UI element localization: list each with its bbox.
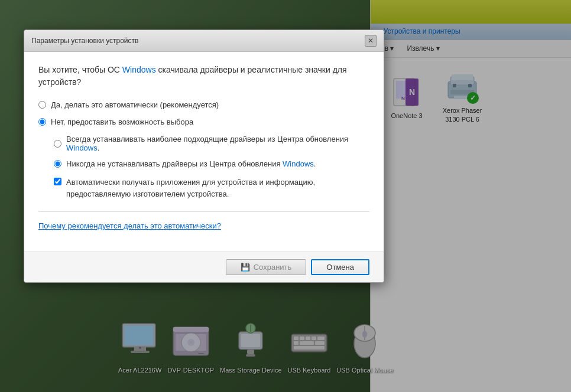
save-icon: 💾: [241, 263, 250, 272]
question-text-1: Вы хотите, чтобы ОС: [38, 65, 122, 74]
dialog-divider: [38, 211, 369, 212]
suboption-never-label[interactable]: Никогда не устанавливать драйверы из Цен…: [66, 159, 316, 168]
save-button[interactable]: 💾 Сохранить: [226, 259, 307, 275]
sub-options: Всегда устанавливать наиболее подходящие…: [54, 135, 369, 168]
dialog-title: Параметры установки устройств: [31, 37, 138, 45]
suboption-always-windows: Windows: [66, 143, 98, 152]
dialog-question: Вы хотите, чтобы ОС Windows скачивала др…: [38, 64, 369, 89]
dialog-close-button[interactable]: ✕: [365, 35, 377, 47]
dialog-body: Вы хотите, чтобы ОС Windows скачивала др…: [24, 52, 384, 251]
dialog-footer: 💾 Сохранить Отмена: [24, 251, 384, 282]
save-label: Сохранить: [254, 263, 292, 272]
option-no-radio[interactable]: [38, 118, 46, 126]
suboption-always-text1: Всегда устанавливать наиболее подходящие…: [66, 135, 348, 143]
suboption-always[interactable]: Всегда устанавливать наиболее подходящие…: [54, 135, 369, 152]
checkbox-auto-apps-label[interactable]: Автоматически получать приложения для ус…: [66, 177, 369, 200]
suboption-always-end: .: [98, 143, 100, 152]
suboption-never-text1: Никогда не устанавливать драйверы из Цен…: [66, 159, 283, 168]
device-settings-dialog: Параметры установки устройств ✕ Вы хотит…: [24, 30, 384, 283]
checkbox-auto-apps[interactable]: Автоматически получать приложения для ус…: [54, 177, 369, 200]
option-yes-radio[interactable]: [38, 101, 46, 109]
suboption-never-end: .: [314, 159, 316, 168]
question-windows: Windows: [122, 65, 156, 74]
option-yes-label[interactable]: Да, делать это автоматически (рекомендуе…: [51, 100, 219, 109]
option-no-label[interactable]: Нет, предоставить возможность выбора: [51, 117, 193, 126]
dialog-overlay: Параметры установки устройств ✕ Вы хотит…: [0, 0, 571, 392]
suboption-always-radio[interactable]: [54, 140, 61, 148]
why-link[interactable]: Почему рекомендуется делать это автомати…: [38, 221, 369, 230]
dialog-title-bar: Параметры установки устройств ✕: [24, 30, 384, 52]
suboption-never-windows: Windows: [283, 159, 314, 168]
checkbox-auto-apps-input[interactable]: [54, 178, 61, 185]
suboption-never-radio[interactable]: [54, 160, 61, 168]
suboption-always-label[interactable]: Всегда устанавливать наиболее подходящие…: [66, 135, 369, 152]
cancel-button[interactable]: Отмена: [311, 259, 369, 275]
suboption-never[interactable]: Никогда не устанавливать драйверы из Цен…: [54, 159, 369, 168]
option-no[interactable]: Нет, предоставить возможность выбора: [38, 117, 369, 126]
option-yes[interactable]: Да, делать это автоматически (рекомендуе…: [38, 100, 369, 109]
